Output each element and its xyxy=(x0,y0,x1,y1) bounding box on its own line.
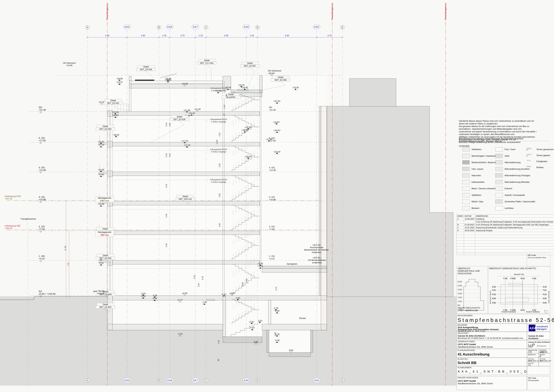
room-dimension: 2.26⁵ xyxy=(242,282,244,287)
floor-slab xyxy=(112,260,260,264)
legend-swatch xyxy=(462,187,470,191)
revision-cell xyxy=(457,252,464,255)
callout-title: Detail xyxy=(103,228,108,230)
duct-label: Lüftungskanal 80x20 xyxy=(210,179,227,181)
legend-swatch xyxy=(462,167,470,171)
axis-label-EA5: EA5 xyxy=(314,25,319,28)
room-dimension: 2.83 xyxy=(219,223,221,227)
room-dimension: 90 xyxy=(217,359,220,361)
svg-text:C [1|2]: C [1|2] xyxy=(510,277,515,279)
svg-text:5.OG: 5.OG xyxy=(458,285,462,287)
spot-elevation: +21.05 xyxy=(112,111,119,113)
spandrel xyxy=(107,171,112,177)
spot-elevation: -0.55 xyxy=(235,297,240,299)
spot-elevation: +23.92 xyxy=(242,86,248,89)
duct-label: Lüftungskanal 80x20 xyxy=(210,118,227,120)
duct-label: In Beton eingelegt xyxy=(211,181,226,183)
legend-label: Putz / Sand xyxy=(505,148,515,151)
spot-elevation: -0.25 xyxy=(152,294,157,297)
revision-cell: C xyxy=(457,226,464,229)
misc-label: +24.95 xyxy=(66,64,72,67)
revision-cell xyxy=(464,232,475,235)
room-dimension: 2.60 xyxy=(246,279,248,282)
callout-ref: DET_E2-531 xyxy=(107,102,119,105)
spot-marker-up xyxy=(100,205,102,206)
pergola xyxy=(135,80,154,81)
misc-label: +416.48 xyxy=(97,293,104,295)
room-dimension: 2.26⁵ xyxy=(216,140,218,144)
revision-cell xyxy=(464,238,475,241)
axis-label-C: C xyxy=(205,379,207,382)
revision-header: DATUM xyxy=(464,215,475,217)
revision-cell xyxy=(475,249,554,252)
montage-ref: VBZ neu xyxy=(100,234,109,236)
axis-label-D: D xyxy=(257,379,258,382)
revision-cell xyxy=(475,241,554,244)
legend-label: Wärmedämmung Mineralw. xyxy=(505,181,530,183)
svg-text:E [1]: E [1] xyxy=(492,293,496,295)
floor-elev-right: +4.10 xyxy=(269,258,275,260)
svg-text:A [1]: A [1] xyxy=(532,277,536,279)
revision-cell xyxy=(457,244,464,246)
note-line: Unternehmer auf eigene Verantwortung zu … xyxy=(459,130,537,136)
axis-label-D: D xyxy=(257,26,258,29)
spot-elevation: +3.52 xyxy=(98,262,104,264)
tb-format: FORMAT [mm]:1189x841 xyxy=(539,349,550,353)
revision-cell xyxy=(464,244,475,246)
floor-marker xyxy=(40,142,42,144)
spot-elevation: +21.40 xyxy=(194,108,201,110)
spot-elevation: +24.83 xyxy=(165,79,171,81)
qr-top-box: QR Code(Link zum aktuellen Plan): xyxy=(527,253,550,266)
floor-name: 2. OG xyxy=(39,225,45,228)
room-dimension: 3.46 xyxy=(165,243,167,247)
floor-name-right: 1. OG xyxy=(269,255,275,257)
axis-label-B: B xyxy=(158,26,160,29)
legend-label: Stahlbeton xyxy=(471,148,482,151)
misc-label: +424.19 xyxy=(5,227,12,229)
legend-swatch xyxy=(495,173,503,178)
revision-row: C13.01.2023Anpassung Brandwände; Ergänzu… xyxy=(457,226,554,229)
misc-label: (ungenau) xyxy=(312,251,321,253)
tb-bereich: BEREICH: xyxy=(527,353,539,357)
floor-elev: +14.39 xyxy=(39,169,46,171)
legend-label: Fertigboden xyxy=(536,160,547,163)
spot-elevation: +19.87⁵ xyxy=(273,121,280,123)
svg-text:1.OG: 1.OG xyxy=(458,301,462,302)
misc-label: +427.62 xyxy=(5,197,12,200)
floor-elev: +4.10 xyxy=(39,257,45,260)
floor-slab xyxy=(112,231,260,235)
dim-value: 2.70 xyxy=(180,35,185,37)
spot-elevation: +24.20 xyxy=(238,84,244,86)
callout-ref: #LayIDNr xyxy=(227,96,235,98)
legend-swatch xyxy=(495,160,503,165)
legend-label: Terrain gewachsen xyxy=(536,148,554,151)
parcel-label: Parzellengrenze xyxy=(331,3,333,20)
callout-ref: DET_E2-502 xyxy=(99,257,111,259)
legend-label: Holz, massiv xyxy=(471,168,483,170)
svg-text:D [1]: D [1] xyxy=(492,286,496,288)
revision-cell xyxy=(475,235,554,238)
tb-index: INDEX:D xyxy=(539,353,550,357)
room-dimension: 3.10 xyxy=(275,287,277,291)
room-dimension: 1.03 xyxy=(223,105,226,109)
revision-cell xyxy=(457,241,464,244)
room-dimension: 3.43 xyxy=(165,184,167,188)
room-dimension: 1.55 xyxy=(218,340,220,344)
duct-label: Lüftungskanal 80x20 xyxy=(210,148,227,150)
legend-swatch xyxy=(462,173,470,178)
tb-architekt: ARCHITEKT: Caruso St John Architects Bin… xyxy=(457,332,527,340)
axis-label-EA6: EA6 xyxy=(244,25,249,28)
spot-elevation: +22.34⁵ xyxy=(273,100,281,102)
overview-floors-panel: ÜBERSICHT GEBÄUDETEILE UND GESCHOSSE: 6.… xyxy=(457,266,488,314)
montage-ref: EWZ neu xyxy=(100,200,109,202)
spandrel xyxy=(107,259,112,266)
revision-cell: Anpassung Brandwände; Ergänzung Flankend… xyxy=(475,226,554,229)
parcel-label: Parzellengrenze xyxy=(106,3,108,20)
spot-elevation: -1.05 xyxy=(202,301,207,303)
spot-elevation: +17.24 xyxy=(98,144,104,146)
floor-marker xyxy=(40,261,42,262)
floor-name: 3. OG xyxy=(39,196,45,198)
tram-label: Tramgleisachse xyxy=(21,218,36,220)
spot-elevation: +24.57 xyxy=(116,81,123,84)
callout-title: Detail xyxy=(177,116,182,118)
